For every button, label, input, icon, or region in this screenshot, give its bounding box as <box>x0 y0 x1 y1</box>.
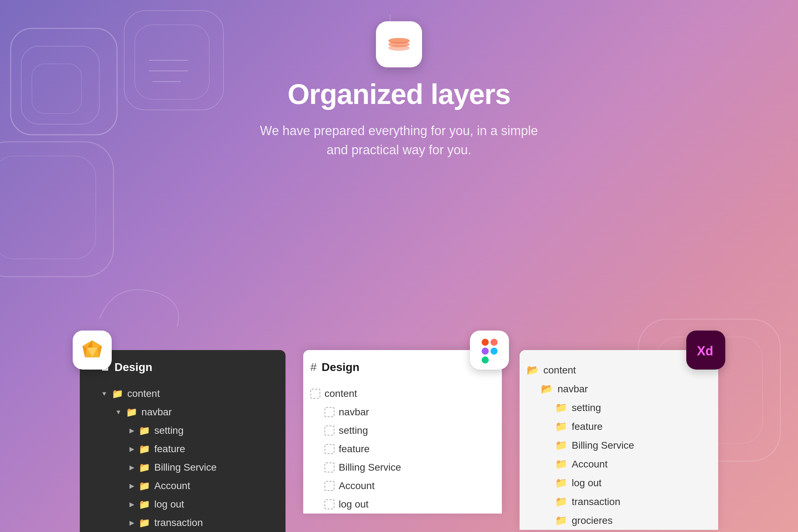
figma-header: # Design <box>310 361 495 374</box>
figma-icon <box>470 331 509 370</box>
xd-label: grocieres <box>572 515 613 526</box>
xd-item-billing: 📁 Billing Service <box>527 436 711 455</box>
panels-row: ▼ 🖥 Design ▼ 📁 content ▼ 📁 navbar <box>0 350 798 532</box>
xd-item-content: 📂 content <box>527 361 711 379</box>
sketch-item-account: ▶ 📁 Account <box>87 477 278 495</box>
figma-label: Account <box>339 480 375 492</box>
figma-item-account: Account <box>310 477 495 495</box>
xd-panel-wrapper: Xd 📂 content 📂 navbar 📁 se <box>520 350 718 530</box>
svg-rect-3 <box>124 11 223 110</box>
figma-label: navbar <box>339 406 369 418</box>
hero-title: Organized layers <box>288 78 511 111</box>
svg-rect-26 <box>482 339 489 346</box>
xd-icon: Xd <box>686 331 725 370</box>
sketch-item-content: ▼ 📁 content <box>87 384 278 403</box>
sketch-panel-wrapper: ▼ 🖥 Design ▼ 📁 content ▼ 📁 navbar <box>80 350 286 532</box>
main-app-icon <box>376 21 422 67</box>
figma-label: Billing Service <box>339 462 401 473</box>
svg-text:Xd: Xd <box>697 344 713 358</box>
xd-label: navbar <box>558 383 588 395</box>
figma-item-content: content <box>310 384 495 403</box>
sketch-label: Account <box>154 480 190 492</box>
xd-label: setting <box>572 402 601 414</box>
xd-label: log out <box>572 477 602 489</box>
svg-rect-27 <box>491 339 498 346</box>
svg-rect-13 <box>0 156 96 259</box>
xd-label: transaction <box>572 496 620 508</box>
sketch-panel: ▼ 🖥 Design ▼ 📁 content ▼ 📁 navbar <box>80 350 286 532</box>
sketch-label: setting <box>154 425 184 436</box>
xd-item-navbar: 📂 navbar <box>527 379 711 398</box>
sketch-panel-title: Design <box>115 361 153 374</box>
figma-item-feature: feature <box>310 440 495 458</box>
figma-label: log out <box>339 499 368 510</box>
xd-item-feature: 📁 feature <box>527 417 711 436</box>
figma-label: content <box>325 388 357 399</box>
background: Organized layers We have prepared everyt… <box>0 0 798 532</box>
figma-item-setting: setting <box>310 421 495 440</box>
svg-rect-28 <box>482 348 489 355</box>
sketch-label: transaction <box>154 517 203 528</box>
hero-section: Organized layers We have prepared everyt… <box>260 0 538 160</box>
figma-panel-wrapper: # Design content navbar setting <box>303 350 502 514</box>
svg-rect-29 <box>482 356 489 364</box>
xd-item-setting: 📁 setting <box>527 398 711 417</box>
sketch-item-navbar: ▼ 📁 navbar <box>87 403 278 421</box>
svg-point-17 <box>389 38 409 42</box>
sketch-header: ▼ 🖥 Design <box>87 361 278 374</box>
svg-point-30 <box>491 348 498 355</box>
svg-rect-4 <box>135 25 209 99</box>
svg-rect-12 <box>0 142 113 277</box>
hero-subtitle: We have prepared everything for you, in … <box>260 121 538 160</box>
sketch-icon <box>73 331 112 370</box>
xd-panel: 📂 content 📂 navbar 📁 setting 📁 feature <box>520 350 718 530</box>
sketch-item-logout: ▶ 📁 log out <box>87 495 278 514</box>
figma-item-logout: log out <box>310 495 495 514</box>
sketch-label: content <box>127 388 160 399</box>
xd-label: Account <box>572 459 608 470</box>
xd-item-transaction: 📁 transaction <box>527 492 711 511</box>
figma-item-navbar: navbar <box>310 403 495 421</box>
sketch-label: log out <box>154 499 184 510</box>
figma-item-billing: Billing Service <box>310 458 495 477</box>
xd-label: Billing Service <box>572 440 634 451</box>
xd-label: feature <box>572 421 603 432</box>
sketch-label: Billing Service <box>154 462 217 473</box>
svg-point-16 <box>388 45 410 51</box>
figma-panel-title: Design <box>322 361 360 374</box>
xd-item-grocieres: 📁 grocieres <box>527 511 711 530</box>
xd-item-account: 📁 Account <box>527 455 711 473</box>
sketch-label: feature <box>154 443 185 455</box>
svg-rect-1 <box>21 46 99 124</box>
sketch-item-transaction: ▶ 📁 transaction <box>87 514 278 532</box>
sketch-item-feature: ▶ 📁 feature <box>87 440 278 458</box>
svg-rect-2 <box>32 64 82 113</box>
xd-label: content <box>543 365 576 376</box>
figma-label: feature <box>339 443 370 455</box>
xd-item-logout: 📁 log out <box>527 473 711 492</box>
sketch-label: navbar <box>142 406 172 418</box>
sketch-item-setting: ▶ 📁 setting <box>87 421 278 440</box>
svg-rect-0 <box>11 28 117 135</box>
sketch-item-billing: ▶ 📁 Billing Service <box>87 458 278 477</box>
figma-panel: # Design content navbar setting <box>303 350 502 514</box>
figma-label: setting <box>339 425 368 436</box>
